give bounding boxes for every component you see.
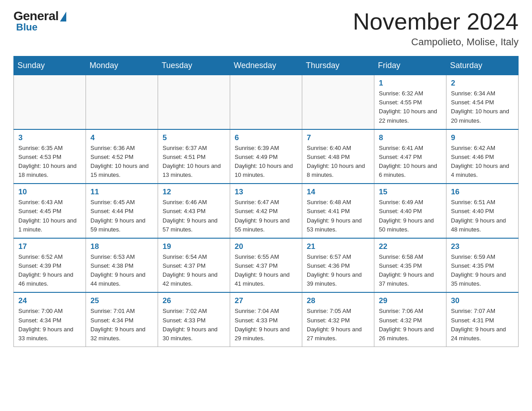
day-number: 10 [18, 188, 81, 197]
day-info: Sunrise: 6:34 AMSunset: 4:54 PMDaylight:… [451, 89, 514, 125]
day-number: 29 [379, 296, 442, 305]
calendar-day-cell: 3Sunrise: 6:35 AMSunset: 4:53 PMDaylight… [14, 129, 86, 184]
day-number: 24 [18, 296, 81, 305]
calendar-day-cell: 12Sunrise: 6:46 AMSunset: 4:43 PMDayligh… [158, 184, 230, 238]
day-number: 3 [18, 133, 81, 142]
day-info: Sunrise: 6:51 AMSunset: 4:40 PMDaylight:… [451, 198, 514, 234]
day-number: 2 [451, 79, 514, 88]
calendar-day-cell: 27Sunrise: 7:04 AMSunset: 4:33 PMDayligh… [230, 292, 302, 347]
day-info: Sunrise: 7:04 AMSunset: 4:33 PMDaylight:… [235, 307, 297, 343]
day-number: 8 [379, 133, 442, 142]
calendar-day-cell [14, 75, 86, 129]
calendar-day-cell: 13Sunrise: 6:47 AMSunset: 4:42 PMDayligh… [230, 184, 302, 238]
day-of-week-header: Friday [374, 56, 446, 75]
day-number: 23 [451, 242, 514, 251]
calendar-day-cell: 24Sunrise: 7:00 AMSunset: 4:34 PMDayligh… [14, 292, 86, 347]
calendar-day-cell: 9Sunrise: 6:42 AMSunset: 4:46 PMDaylight… [446, 129, 519, 184]
calendar-day-cell: 21Sunrise: 6:57 AMSunset: 4:36 PMDayligh… [302, 238, 374, 293]
day-number: 30 [451, 296, 514, 305]
day-number: 15 [379, 188, 442, 197]
day-info: Sunrise: 6:52 AMSunset: 4:39 PMDaylight:… [18, 253, 81, 289]
day-info: Sunrise: 6:40 AMSunset: 4:48 PMDaylight:… [307, 144, 369, 180]
calendar-day-cell: 2Sunrise: 6:34 AMSunset: 4:54 PMDaylight… [446, 75, 519, 129]
month-title: November 2024 [353, 9, 519, 34]
day-number: 6 [235, 133, 297, 142]
calendar-day-cell: 20Sunrise: 6:55 AMSunset: 4:37 PMDayligh… [230, 238, 302, 293]
day-info: Sunrise: 6:36 AMSunset: 4:52 PMDaylight:… [90, 144, 153, 180]
calendar-day-cell: 22Sunrise: 6:58 AMSunset: 4:35 PMDayligh… [374, 238, 446, 293]
calendar-day-cell: 11Sunrise: 6:45 AMSunset: 4:44 PMDayligh… [86, 184, 158, 238]
day-of-week-header: Thursday [302, 56, 374, 75]
calendar-day-cell: 4Sunrise: 6:36 AMSunset: 4:52 PMDaylight… [86, 129, 158, 184]
calendar-day-cell: 8Sunrise: 6:41 AMSunset: 4:47 PMDaylight… [374, 129, 446, 184]
calendar-day-cell: 15Sunrise: 6:49 AMSunset: 4:40 PMDayligh… [374, 184, 446, 238]
day-of-week-header: Sunday [14, 56, 86, 75]
calendar-week-row: 3Sunrise: 6:35 AMSunset: 4:53 PMDaylight… [14, 129, 519, 184]
day-number: 12 [163, 188, 225, 197]
day-of-week-header: Saturday [446, 56, 519, 75]
day-of-week-header: Tuesday [158, 56, 230, 75]
calendar-week-row: 24Sunrise: 7:00 AMSunset: 4:34 PMDayligh… [14, 292, 519, 347]
calendar-day-cell: 14Sunrise: 6:48 AMSunset: 4:41 PMDayligh… [302, 184, 374, 238]
calendar-day-cell: 28Sunrise: 7:05 AMSunset: 4:32 PMDayligh… [302, 292, 374, 347]
calendar-day-cell: 23Sunrise: 6:59 AMSunset: 4:35 PMDayligh… [446, 238, 519, 293]
day-info: Sunrise: 6:43 AMSunset: 4:45 PMDaylight:… [18, 198, 81, 234]
day-info: Sunrise: 6:41 AMSunset: 4:47 PMDaylight:… [379, 144, 442, 180]
day-info: Sunrise: 6:35 AMSunset: 4:53 PMDaylight:… [18, 144, 81, 180]
day-number: 27 [235, 296, 297, 305]
calendar-week-row: 1Sunrise: 6:32 AMSunset: 4:55 PMDaylight… [14, 75, 519, 129]
day-info: Sunrise: 6:46 AMSunset: 4:43 PMDaylight:… [163, 198, 225, 234]
day-info: Sunrise: 6:49 AMSunset: 4:40 PMDaylight:… [379, 198, 442, 234]
day-number: 11 [90, 188, 153, 197]
day-info: Sunrise: 6:58 AMSunset: 4:35 PMDaylight:… [379, 253, 442, 289]
calendar-day-cell [230, 75, 302, 129]
page-header: General Blue November 2024 Campolieto, M… [13, 9, 519, 48]
calendar-day-cell: 6Sunrise: 6:39 AMSunset: 4:49 PMDaylight… [230, 129, 302, 184]
calendar-day-cell: 17Sunrise: 6:52 AMSunset: 4:39 PMDayligh… [14, 238, 86, 293]
day-of-week-header: Monday [86, 56, 158, 75]
day-number: 16 [451, 188, 514, 197]
calendar-day-cell: 1Sunrise: 6:32 AMSunset: 4:55 PMDaylight… [374, 75, 446, 129]
day-info: Sunrise: 6:57 AMSunset: 4:36 PMDaylight:… [307, 253, 369, 289]
calendar-day-cell [302, 75, 374, 129]
calendar-table: SundayMondayTuesdayWednesdayThursdayFrid… [13, 56, 519, 347]
logo-triangle-icon [60, 12, 66, 21]
calendar-day-cell: 16Sunrise: 6:51 AMSunset: 4:40 PMDayligh… [446, 184, 519, 238]
day-info: Sunrise: 6:42 AMSunset: 4:46 PMDaylight:… [451, 144, 514, 180]
day-info: Sunrise: 6:54 AMSunset: 4:37 PMDaylight:… [163, 253, 225, 289]
calendar-day-cell: 29Sunrise: 7:06 AMSunset: 4:32 PMDayligh… [374, 292, 446, 347]
day-info: Sunrise: 6:55 AMSunset: 4:37 PMDaylight:… [235, 253, 297, 289]
day-number: 18 [90, 242, 153, 251]
day-number: 13 [235, 188, 297, 197]
day-info: Sunrise: 6:45 AMSunset: 4:44 PMDaylight:… [90, 198, 153, 234]
calendar-day-cell: 26Sunrise: 7:02 AMSunset: 4:33 PMDayligh… [158, 292, 230, 347]
calendar-day-cell: 30Sunrise: 7:07 AMSunset: 4:31 PMDayligh… [446, 292, 519, 347]
title-section: November 2024 Campolieto, Molise, Italy [353, 9, 519, 48]
calendar-day-cell: 10Sunrise: 6:43 AMSunset: 4:45 PMDayligh… [14, 184, 86, 238]
day-info: Sunrise: 7:01 AMSunset: 4:34 PMDaylight:… [90, 307, 153, 343]
day-number: 25 [90, 296, 153, 305]
calendar-day-cell: 19Sunrise: 6:54 AMSunset: 4:37 PMDayligh… [158, 238, 230, 293]
day-info: Sunrise: 6:37 AMSunset: 4:51 PMDaylight:… [163, 144, 225, 180]
calendar-day-cell: 18Sunrise: 6:53 AMSunset: 4:38 PMDayligh… [86, 238, 158, 293]
day-info: Sunrise: 7:02 AMSunset: 4:33 PMDaylight:… [163, 307, 225, 343]
day-number: 1 [379, 79, 442, 88]
day-info: Sunrise: 6:48 AMSunset: 4:41 PMDaylight:… [307, 198, 369, 234]
calendar-week-row: 17Sunrise: 6:52 AMSunset: 4:39 PMDayligh… [14, 238, 519, 293]
day-number: 22 [379, 242, 442, 251]
day-info: Sunrise: 7:00 AMSunset: 4:34 PMDaylight:… [18, 307, 81, 343]
day-info: Sunrise: 7:05 AMSunset: 4:32 PMDaylight:… [307, 307, 369, 343]
day-info: Sunrise: 6:59 AMSunset: 4:35 PMDaylight:… [451, 253, 514, 289]
logo-blue-text: Blue [16, 21, 38, 33]
day-info: Sunrise: 6:32 AMSunset: 4:55 PMDaylight:… [379, 89, 442, 125]
day-info: Sunrise: 7:06 AMSunset: 4:32 PMDaylight:… [379, 307, 442, 343]
day-info: Sunrise: 6:39 AMSunset: 4:49 PMDaylight:… [235, 144, 297, 180]
day-number: 14 [307, 188, 369, 197]
day-number: 5 [163, 133, 225, 142]
day-info: Sunrise: 6:53 AMSunset: 4:38 PMDaylight:… [90, 253, 153, 289]
calendar-day-cell: 5Sunrise: 6:37 AMSunset: 4:51 PMDaylight… [158, 129, 230, 184]
calendar-header-row: SundayMondayTuesdayWednesdayThursdayFrid… [14, 56, 519, 75]
calendar-day-cell: 25Sunrise: 7:01 AMSunset: 4:34 PMDayligh… [86, 292, 158, 347]
day-number: 20 [235, 242, 297, 251]
day-number: 17 [18, 242, 81, 251]
